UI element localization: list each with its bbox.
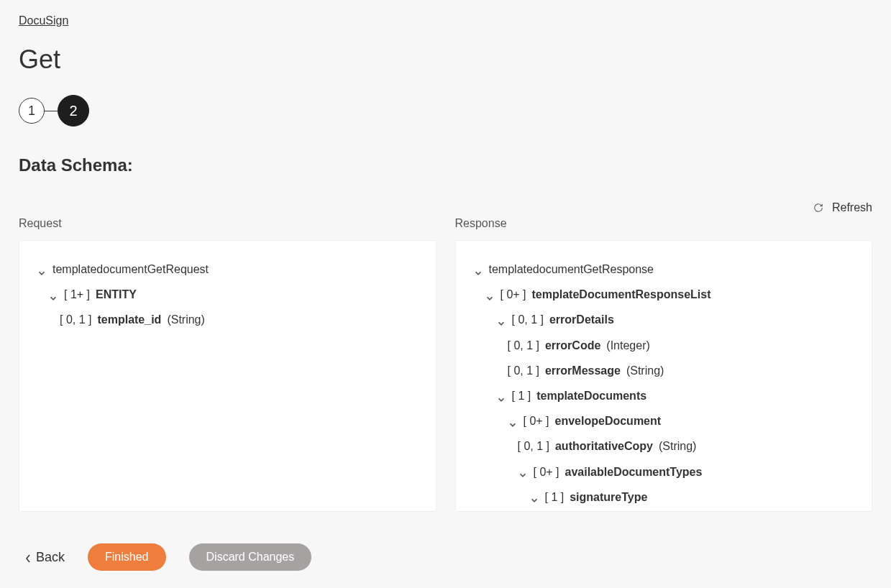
section-heading-data-schema: Data Schema: <box>19 155 872 175</box>
request-column: Request templatedocumentGetRequest [ 1+ … <box>19 217 437 512</box>
chevron-down-icon <box>48 290 58 300</box>
field-name: template_id <box>97 310 161 329</box>
cardinality: [ 0, 1 ] <box>512 310 544 329</box>
cardinality: [ 1 ] <box>512 386 531 405</box>
chevron-down-icon <box>496 315 506 325</box>
breadcrumb: DocuSign <box>19 14 872 27</box>
field-type: (Integer) <box>606 336 649 355</box>
response-column: Response templatedocumentGetResponse [ 0… <box>455 217 873 512</box>
cardinality: [ 0+ ] <box>501 285 526 304</box>
tree-node-response-list[interactable]: [ 0+ ] templateDocumentResponseList <box>473 282 855 307</box>
refresh-icon <box>813 203 823 213</box>
field-name: errorCode <box>545 336 600 355</box>
chevron-down-icon <box>529 492 539 502</box>
back-button[interactable]: Back <box>24 550 65 565</box>
footer-actions: Back Finished Discard Changes <box>19 543 872 571</box>
field-type: (String) <box>659 436 696 456</box>
tree-label: templatedocumentGetResponse <box>489 259 654 279</box>
cardinality: [ 0, 1 ] <box>508 336 539 355</box>
page-title: Get <box>19 45 872 75</box>
chevron-down-icon <box>518 467 528 477</box>
finished-button[interactable]: Finished <box>88 543 165 571</box>
tree-node-error-message[interactable]: [ 0, 1 ] errorMessage (String) <box>473 358 855 383</box>
step-indicator: 1 2 <box>19 95 872 127</box>
tree-node-authoritative-copy[interactable]: [ 0, 1 ] authoritativeCopy (String) <box>473 433 855 459</box>
tree-node-request-root[interactable]: templatedocumentGetRequest <box>37 257 419 282</box>
cardinality: [ 0, 1 ] <box>60 310 91 329</box>
chevron-down-icon <box>485 290 495 300</box>
field-type: (String) <box>626 361 664 380</box>
field-name: templateDocumentResponseList <box>532 285 711 304</box>
cardinality: [ 0, 1 ] <box>508 361 539 380</box>
back-label: Back <box>36 550 65 565</box>
chevron-down-icon <box>473 265 483 275</box>
step-connector <box>45 111 58 111</box>
tree-node-error-code[interactable]: [ 0, 1 ] errorCode (Integer) <box>473 333 855 358</box>
tree-node-signature-type[interactable]: [ 1 ] signatureType <box>473 484 855 510</box>
cardinality: [ 0, 1 ] <box>518 436 549 456</box>
field-name: availableDocumentTypes <box>565 462 703 482</box>
response-panel: templatedocumentGetResponse [ 0+ ] templ… <box>455 240 873 512</box>
tree-node-template-id[interactable]: [ 0, 1 ] template_id (String) <box>37 307 419 332</box>
tree-node-response-root[interactable]: templatedocumentGetResponse <box>473 257 855 282</box>
field-name: errorMessage <box>545 361 621 380</box>
response-header: Response <box>455 217 873 230</box>
request-panel: templatedocumentGetRequest [ 1+ ] ENTITY… <box>19 240 437 512</box>
discard-changes-button[interactable]: Discard Changes <box>189 543 312 571</box>
chevron-down-icon <box>508 416 518 426</box>
field-name: templateDocuments <box>536 386 646 405</box>
tree-node-available-document-types[interactable]: [ 0+ ] availableDocumentTypes <box>473 459 855 484</box>
tree-node-is-default[interactable]: [ 0, 1 ] isDefault (String) <box>473 510 855 512</box>
chevron-left-icon <box>24 552 32 562</box>
step-1[interactable]: 1 <box>19 98 45 124</box>
tree-node-entity[interactable]: [ 1+ ] ENTITY <box>37 282 419 307</box>
refresh-label: Refresh <box>832 201 872 214</box>
tree-node-error-details[interactable]: [ 0, 1 ] errorDetails <box>473 307 855 332</box>
chevron-down-icon <box>496 391 506 401</box>
request-header: Request <box>19 217 437 230</box>
tree-node-envelope-document[interactable]: [ 0+ ] envelopeDocument <box>473 408 855 433</box>
cardinality: [ 0+ ] <box>534 462 559 482</box>
tree-label: templatedocumentGetRequest <box>52 259 209 279</box>
tree-node-template-documents[interactable]: [ 1 ] templateDocuments <box>473 383 855 408</box>
field-name: authoritativeCopy <box>555 436 653 456</box>
step-2[interactable]: 2 <box>58 95 89 127</box>
chevron-down-icon <box>37 265 47 275</box>
breadcrumb-link-docusign[interactable]: DocuSign <box>19 14 68 27</box>
field-type: (String) <box>167 310 204 329</box>
refresh-button[interactable]: Refresh <box>19 201 872 214</box>
field-name: errorDetails <box>549 310 614 329</box>
cardinality: [ 1+ ] <box>64 285 90 304</box>
cardinality: [ 1 ] <box>545 487 565 507</box>
field-name: envelopeDocument <box>555 411 662 431</box>
field-name: signatureType <box>570 487 647 507</box>
cardinality: [ 0+ ] <box>524 411 549 431</box>
field-name: ENTITY <box>96 285 137 304</box>
